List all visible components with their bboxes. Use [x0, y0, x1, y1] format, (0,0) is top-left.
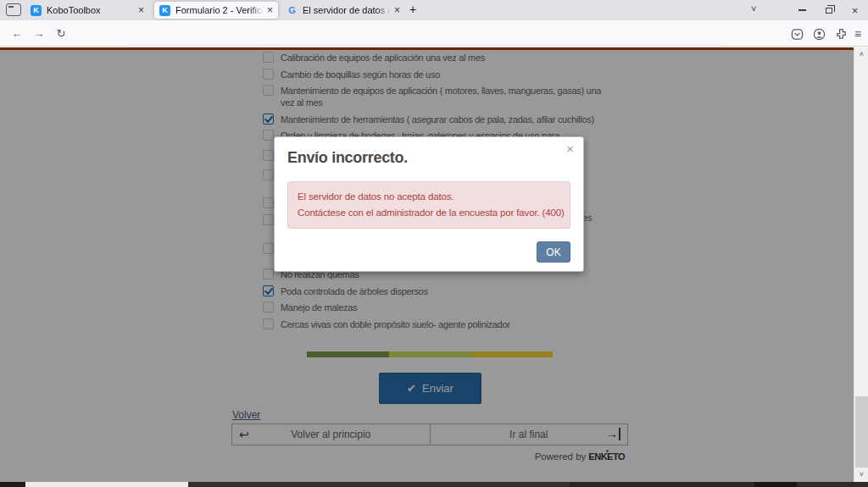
browser-window: K KoboToolbox × K Formulario 2 - Verific… [0, 0, 868, 487]
taskbar-segment [754, 482, 797, 487]
error-message: El servidor de datos no acepta datos. Co… [287, 181, 570, 229]
tab-kobotoolbox[interactable]: K KoboToolbox × [25, 2, 149, 19]
scrollbar-thumb[interactable] [855, 396, 868, 468]
taskbar-segment [797, 482, 868, 487]
reload-button[interactable]: ↻ [51, 24, 71, 43]
taskbar-segment [570, 482, 754, 487]
tab-bar: K KoboToolbox × K Formulario 2 - Verific… [0, 0, 868, 20]
taskbar-segment [188, 482, 570, 487]
minimize-button[interactable] [789, 0, 815, 20]
navigation-bar: ← → ↻ https://ee.hubinnovakobo.iica.int/… [0, 20, 868, 47]
window-controls: × [789, 0, 868, 20]
back-button[interactable]: ← [7, 24, 27, 43]
error-dialog: × Envío incorrecto. El servidor de datos… [274, 136, 584, 272]
scroll-down-icon[interactable]: ˅ [854, 468, 868, 481]
close-tab-icon[interactable]: × [391, 4, 400, 16]
tab-title: KoboToolbox [47, 5, 135, 15]
dialog-close-icon[interactable]: × [566, 141, 574, 156]
page-viewport: Calibración de equipos de aplicación una… [0, 47, 854, 482]
tab-formulario-active[interactable]: K Formulario 2 - Verificación y esc × [154, 2, 278, 19]
error-line-2: Contáctese con el administrador de la en… [298, 205, 560, 221]
kobotoolbox-favicon: K [31, 5, 42, 16]
scroll-up-icon[interactable]: ˄ [854, 47, 868, 61]
firefox-view-icon[interactable] [6, 3, 21, 16]
account-icon[interactable] [810, 25, 827, 42]
tab-servidor-error[interactable]: G El servidor de datos no acepta d × [281, 2, 405, 19]
close-window-button[interactable]: × [842, 0, 868, 20]
error-line-1: El servidor de datos no acepta datos. [298, 189, 560, 205]
dialog-title: Envío incorrecto. [287, 149, 408, 167]
enketo-favicon: K [159, 5, 170, 16]
vertical-scrollbar[interactable]: ˄ ˅ [854, 47, 868, 482]
taskbar-segment [25, 482, 188, 487]
pocket-icon[interactable] [788, 25, 805, 42]
extensions-icon[interactable] [832, 25, 849, 42]
google-favicon: G [287, 5, 298, 16]
restore-button[interactable] [815, 0, 842, 20]
menu-icon[interactable]: ≡ [849, 25, 866, 42]
forward-button[interactable]: → [29, 24, 49, 43]
tab-title: Formulario 2 - Verificación y esc [175, 5, 264, 15]
ok-button[interactable]: OK [537, 241, 570, 263]
taskbar-segment [0, 482, 25, 487]
close-tab-icon[interactable]: × [264, 4, 273, 16]
tab-title: El servidor de datos no acepta d [303, 5, 391, 15]
list-all-tabs-icon[interactable]: ˅ [751, 3, 756, 14]
close-tab-icon[interactable]: × [135, 4, 144, 16]
new-tab-button[interactable]: + [409, 3, 416, 16]
